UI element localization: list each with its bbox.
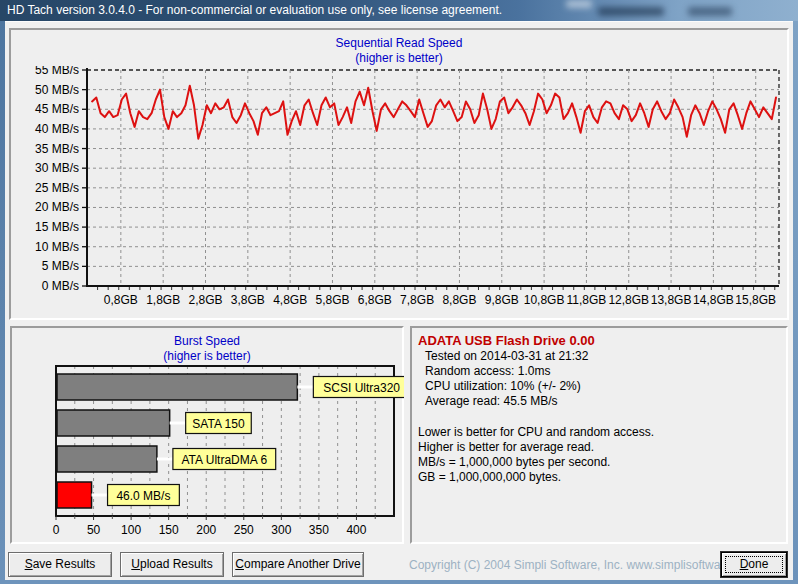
svg-text:35 MB/s: 35 MB/s xyxy=(35,142,79,156)
svg-text:400: 400 xyxy=(346,523,366,537)
svg-text:0,8GB: 0,8GB xyxy=(104,293,138,307)
burst-chart-subtitle: (higher is better) xyxy=(12,349,402,364)
seq-chart-subtitle: (higher is better) xyxy=(11,51,787,66)
sequential-read-chart: 0 MB/s5 MB/s10 MB/s15 MB/s20 MB/s25 MB/s… xyxy=(13,66,785,314)
burst-speed-chart: SCSI Ultra320SATA 150ATA UltraDMA 646.0 … xyxy=(12,364,404,542)
svg-text:50: 50 xyxy=(87,523,101,537)
svg-text:0 MB/s: 0 MB/s xyxy=(42,279,79,293)
burst-chart-title: Burst Speed xyxy=(12,334,402,349)
upload-results-button[interactable]: Upload Results xyxy=(120,552,224,577)
svg-text:2,8GB: 2,8GB xyxy=(188,293,222,307)
save-results-button[interactable]: Save Results xyxy=(8,552,112,577)
upload-accel: U xyxy=(131,557,140,571)
save-label: ave Results xyxy=(33,557,96,571)
svg-text:350: 350 xyxy=(309,523,329,537)
save-accel: S xyxy=(25,557,33,571)
upload-label: pload Results xyxy=(140,557,213,571)
done-accel: D xyxy=(740,557,749,571)
blurred-region xyxy=(566,0,592,8)
sequential-read-panel: Sequential Read Speed (higher is better)… xyxy=(9,28,789,320)
svg-text:150: 150 xyxy=(159,523,179,537)
svg-text:5,8GB: 5,8GB xyxy=(315,293,349,307)
svg-text:25 MB/s: 25 MB/s xyxy=(35,181,79,195)
window-frame xyxy=(0,580,798,584)
svg-text:13,8GB: 13,8GB xyxy=(651,293,692,307)
svg-text:300: 300 xyxy=(271,523,291,537)
svg-text:9,8GB: 9,8GB xyxy=(485,293,519,307)
svg-text:4,8GB: 4,8GB xyxy=(273,293,307,307)
window-title: HD Tach version 3.0.4.0 - For non-commer… xyxy=(7,3,502,17)
cpu-utilization: CPU utilization: 10% (+/- 2%) xyxy=(418,379,780,394)
compare-label: ompare Another Drive xyxy=(244,557,361,571)
svg-text:250: 250 xyxy=(234,523,254,537)
svg-text:20 MB/s: 20 MB/s xyxy=(35,200,79,214)
done-button[interactable]: Done xyxy=(721,552,787,577)
client-area: Sequential Read Speed (higher is better)… xyxy=(5,21,793,580)
svg-text:50 MB/s: 50 MB/s xyxy=(35,83,79,97)
tested-on: Tested on 2014-03-31 at 21:32 xyxy=(418,349,780,364)
svg-text:8,8GB: 8,8GB xyxy=(442,293,476,307)
titlebar[interactable]: HD Tach version 3.0.4.0 - For non-commer… xyxy=(0,0,798,21)
note-line: Lower is better for CPU and random acces… xyxy=(418,425,780,440)
svg-text:1,8GB: 1,8GB xyxy=(146,293,180,307)
compare-accel: C xyxy=(235,557,244,571)
note-line: Higher is better for average read. xyxy=(418,440,780,455)
note-line: MB/s = 1,000,000 bytes per second. xyxy=(418,455,780,470)
window-frame xyxy=(793,21,798,584)
svg-text:3,8GB: 3,8GB xyxy=(231,293,265,307)
svg-text:100: 100 xyxy=(121,523,141,537)
hdtach-window: HD Tach version 3.0.4.0 - For non-commer… xyxy=(0,0,798,584)
svg-text:200: 200 xyxy=(196,523,216,537)
svg-text:15 MB/s: 15 MB/s xyxy=(35,220,79,234)
seq-chart-title: Sequential Read Speed xyxy=(11,36,787,51)
svg-text:10 MB/s: 10 MB/s xyxy=(35,240,79,254)
svg-text:12,8GB: 12,8GB xyxy=(608,293,649,307)
svg-text:SATA 150: SATA 150 xyxy=(192,417,245,431)
svg-text:10,8GB: 10,8GB xyxy=(524,293,565,307)
note-line: GB = 1,000,000,000 bytes. xyxy=(418,470,780,485)
svg-text:6,8GB: 6,8GB xyxy=(358,293,392,307)
svg-text:11,8GB: 11,8GB xyxy=(567,293,607,307)
svg-text:7,8GB: 7,8GB xyxy=(400,293,434,307)
burst-speed-panel: Burst Speed (higher is better) SCSI Ultr… xyxy=(10,326,404,544)
compare-another-drive-button[interactable]: Compare Another Drive xyxy=(232,552,364,577)
svg-text:45 MB/s: 45 MB/s xyxy=(35,102,79,116)
svg-text:ATA UltraDMA 6: ATA UltraDMA 6 xyxy=(182,453,268,467)
blurred-region xyxy=(598,7,664,16)
average-read: Average read: 45.5 MB/s xyxy=(418,394,780,409)
drive-name: ADATA USB Flash Drive 0.00 xyxy=(418,333,780,349)
svg-text:5 MB/s: 5 MB/s xyxy=(42,259,79,273)
done-label: one xyxy=(748,557,768,571)
svg-text:15,8GB: 15,8GB xyxy=(735,293,776,307)
results-info-panel: ADATA USB Flash Drive 0.00 Tested on 201… xyxy=(410,326,788,544)
svg-text:40 MB/s: 40 MB/s xyxy=(35,122,79,136)
random-access: Random access: 1.0ms xyxy=(418,364,780,379)
svg-text:55 MB/s: 55 MB/s xyxy=(35,66,79,77)
copyright-text: Copyright (C) 2004 Simpli Software, Inc.… xyxy=(409,558,757,572)
svg-text:SCSI Ultra320: SCSI Ultra320 xyxy=(323,381,400,395)
blurred-region xyxy=(688,7,732,16)
svg-text:46.0 MB/s: 46.0 MB/s xyxy=(116,489,170,503)
svg-text:0: 0 xyxy=(53,523,60,537)
svg-text:14,8GB: 14,8GB xyxy=(693,293,734,307)
svg-text:30 MB/s: 30 MB/s xyxy=(35,161,79,175)
